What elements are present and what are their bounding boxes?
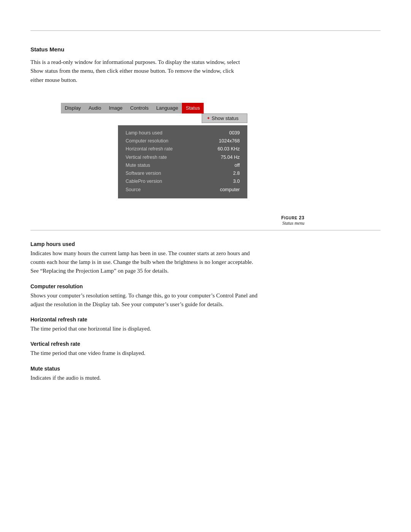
table-row: Vertical refresh rate 75.04 Hz	[126, 153, 240, 161]
table-row: Lamp hours used 0039	[126, 129, 240, 137]
subsection-heading-vertical: Vertical refresh rate	[30, 341, 381, 347]
menu-mockup: Display Audio Image Controls Language St…	[61, 103, 247, 198]
table-row: Mute status off	[126, 161, 240, 169]
table-row: Software version 2.8	[126, 169, 240, 177]
status-table: Lamp hours used 0039 Computer resolution…	[118, 125, 247, 198]
menu-dropdown: ✦ Show status	[202, 113, 247, 123]
menu-bar: Display Audio Image Controls Language St…	[61, 103, 204, 113]
subsection-vertical-refresh: Vertical refresh rate The time period th…	[30, 341, 381, 358]
bottom-rule	[30, 230, 381, 230]
menu-and-status: Display Audio Image Controls Language St…	[61, 103, 247, 198]
subsection-heading-resolution: Computer resolution	[30, 283, 381, 289]
subsection-computer-resolution: Computer resolution Shows your computer’…	[30, 283, 381, 309]
menu-item-display[interactable]: Display	[61, 103, 85, 113]
subsection-text-lamp: Indicates how many hours the current lam…	[30, 249, 259, 276]
subsection-lamp-hours: Lamp hours used Indicates how many hours…	[30, 241, 381, 276]
menu-item-audio[interactable]: Audio	[85, 103, 105, 113]
table-row: Source computer	[126, 186, 240, 194]
subsection-heading-lamp: Lamp hours used	[30, 241, 381, 247]
subsection-text-mute: Indicates if the audio is muted.	[30, 374, 259, 382]
table-row: Horizontal refresh rate 60.03 KHz	[126, 145, 240, 153]
menu-row: ✦ Show status	[61, 113, 247, 123]
dropdown-show-status[interactable]: ✦ Show status	[202, 113, 247, 123]
subsection-text-horizontal: The time period that one horizontal line…	[30, 324, 259, 333]
check-icon: ✦	[207, 116, 210, 121]
subsection-horizontal-refresh: Horizontal refresh rate The time period …	[30, 316, 381, 333]
subsections: Lamp hours used Indicates how many hours…	[30, 241, 381, 382]
subsection-text-resolution: Shows your computer’s resolution setting…	[30, 291, 259, 309]
subsection-heading-horizontal: Horizontal refresh rate	[30, 316, 381, 323]
figure-area: FIGURE 23 Status menu	[61, 215, 304, 226]
menu-item-image[interactable]: Image	[105, 103, 126, 113]
figure-caption: Status menu	[61, 220, 304, 226]
menu-item-language[interactable]: Language	[152, 103, 182, 113]
menu-item-status[interactable]: Status	[182, 103, 204, 113]
status-panel: Lamp hours used 0039 Computer resolution…	[118, 123, 247, 198]
page: Status Menu This is a read-only window f…	[0, 30, 411, 532]
intro-text: This is a read-only window for informati…	[30, 58, 244, 85]
subsection-mute-status: Mute status Indicates if the audio is mu…	[30, 366, 381, 382]
subsection-text-vertical: The time period that one video frame is …	[30, 349, 259, 358]
subsection-heading-mute: Mute status	[30, 366, 381, 372]
table-row: CablePro version 3.0	[126, 177, 240, 185]
figure-label: FIGURE 23	[61, 215, 304, 220]
menu-item-controls[interactable]: Controls	[126, 103, 152, 113]
content-area: Status Menu This is a read-only window f…	[0, 31, 411, 413]
table-row: Computer resolution 1024x768	[126, 137, 240, 145]
section-heading: Status Menu	[30, 46, 381, 53]
